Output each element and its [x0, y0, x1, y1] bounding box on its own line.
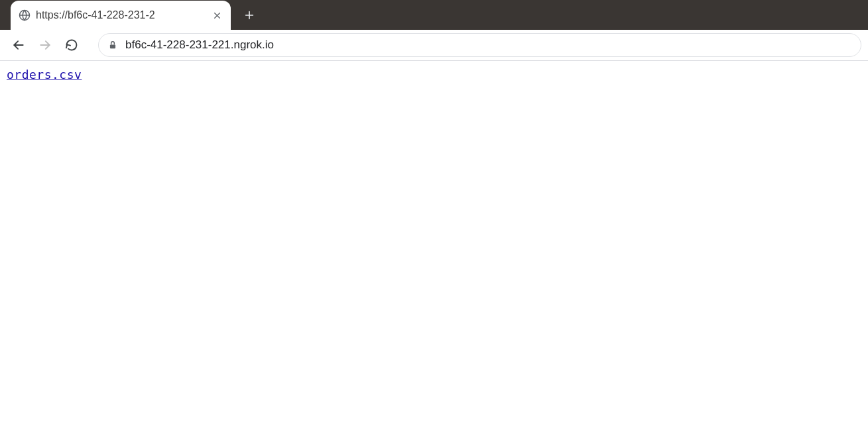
browser-tab[interactable]: https://bf6c-41-228-231-2 [11, 1, 231, 30]
forward-button[interactable] [33, 33, 57, 57]
url-text: bf6c-41-228-231-221.ngrok.io [125, 38, 851, 52]
page-content: orders.csv [0, 61, 868, 88]
file-link-orders-csv[interactable]: orders.csv [7, 68, 82, 81]
tab-title: https://bf6c-41-228-231-2 [36, 9, 206, 21]
reload-button[interactable] [60, 33, 84, 57]
new-tab-button[interactable] [237, 3, 261, 27]
tab-strip: https://bf6c-41-228-231-2 [0, 0, 868, 30]
browser-toolbar: bf6c-41-228-231-221.ngrok.io [0, 30, 868, 61]
back-button[interactable] [7, 33, 31, 57]
address-bar[interactable]: bf6c-41-228-231-221.ngrok.io [98, 33, 861, 57]
lock-icon[interactable] [108, 40, 117, 50]
globe-icon [19, 9, 31, 21]
close-icon[interactable] [211, 9, 223, 21]
svg-rect-7 [110, 44, 115, 48]
